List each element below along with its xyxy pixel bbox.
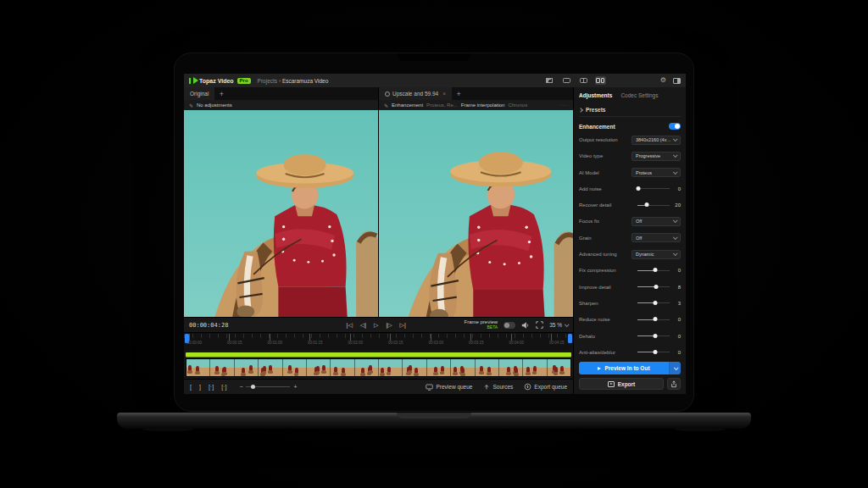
enhanced-header: ✎ Enhancement Proteus, Re... Frame inter… (378, 100, 573, 110)
more-options-icon[interactable]: ··· (560, 103, 568, 108)
settings-gear-icon[interactable]: ⚙ (660, 77, 666, 84)
dehalo-slider[interactable]: 0 (637, 334, 681, 339)
rider-figure (316, 366, 320, 372)
ruler-tick (229, 334, 230, 341)
zoom-out-icon[interactable]: − (239, 384, 242, 390)
view-mode-single-icon[interactable] (561, 76, 572, 85)
adjustment-label: Focus fix (579, 219, 599, 224)
export-button[interactable]: Export (579, 378, 664, 390)
playhead-out-handle[interactable] (568, 334, 572, 343)
set-in-point-button[interactable]: [ (190, 384, 192, 390)
frame-interpolation-chip-label[interactable]: Frame interpolation (461, 103, 505, 108)
viewer-enhanced[interactable] (378, 110, 573, 317)
skip-to-end-button[interactable]: ▷| (400, 322, 406, 329)
timeline-zoom-slider[interactable]: − + (239, 384, 297, 390)
add-tab-button-left[interactable]: + (214, 87, 228, 100)
zoom-in-icon[interactable]: + (293, 384, 297, 390)
slider-knob[interactable] (637, 186, 641, 191)
focus-fix-dropdown[interactable]: Off (632, 217, 681, 226)
rider-figure (334, 367, 337, 373)
rider-figure (242, 368, 245, 374)
slider-knob[interactable] (654, 334, 658, 338)
add-noise-slider[interactable]: 0 (637, 186, 681, 191)
set-out-point-button[interactable]: ] (199, 384, 201, 390)
app-logo-icon (189, 78, 191, 84)
fit-to-screen-icon[interactable] (536, 321, 543, 329)
toggle-panel-icon[interactable] (673, 78, 681, 84)
enhancement-toggle[interactable] (669, 123, 681, 130)
sharpen-slider[interactable]: 3 (637, 301, 681, 306)
timeline-zoom-knob[interactable] (251, 385, 255, 389)
slider-knob[interactable] (654, 350, 658, 354)
transport-bar: 00:00:04:28 |◁◁|▷|▷▷| Frame preview BETA… (184, 317, 573, 332)
adjust-pen-icon: ✎ (384, 103, 388, 108)
breadcrumb-current: Escaramuza Video (282, 78, 328, 84)
adjustment-row-dehalo: Dehalo0 (579, 330, 681, 342)
breadcrumb[interactable]: Projects › Escaramuza Video (258, 78, 329, 84)
next-frame-button[interactable]: |▷ (386, 322, 392, 329)
adjustment-row-output-resolution: Output resolution3840x2160 (4x ... (579, 134, 681, 146)
adjustments-panel: Adjustments Codec Settings Presets Enhan… (574, 87, 686, 394)
goto-in-point-button[interactable]: [·] (209, 384, 214, 390)
view-mode-side-by-side-icon[interactable] (595, 76, 606, 85)
video-type-dropdown[interactable]: Progressive (632, 152, 681, 161)
breadcrumb-root[interactable]: Projects (258, 78, 277, 84)
export-queue-button[interactable]: Export queue (524, 383, 567, 391)
skip-to-start-button[interactable]: |◁ (347, 322, 353, 329)
timeline-toolbar: [ ] [·] [·] − + Preview queue (184, 379, 573, 394)
ruler-tick-label: 00:00:15 (227, 341, 242, 345)
tab-upscale[interactable]: Upscale and 59.94 × (379, 87, 452, 100)
panel-tabs: Adjustments Codec Settings (579, 91, 681, 100)
ai-model-dropdown[interactable]: Proteus (632, 168, 681, 177)
previous-frame-button[interactable]: ◁| (360, 322, 366, 329)
tab-original[interactable]: Original (184, 87, 214, 100)
timeline-filmstrip[interactable] (186, 358, 571, 377)
adjustment-rows: Output resolution3840x2160 (4x ...Video … (579, 134, 681, 362)
add-tab-button-right[interactable]: + (452, 87, 465, 100)
reduce-noise-slider[interactable]: 0 (637, 317, 681, 322)
share-button[interactable] (667, 378, 681, 390)
dropdown-value: Off (636, 236, 670, 241)
tab-adjustments[interactable]: Adjustments (579, 91, 612, 100)
slider-knob[interactable] (654, 285, 659, 289)
enhancement-chip-label[interactable]: Enhancement (392, 103, 423, 108)
viewer-original[interactable] (184, 110, 378, 317)
adjustment-label: Video type (579, 153, 603, 158)
goto-out-point-button[interactable]: [·] (221, 384, 226, 390)
anti-alias-deblur-slider[interactable]: 0 (637, 350, 681, 355)
preview-in-to-out-button[interactable]: Preview In to Out (579, 362, 681, 374)
zoom-level-dropdown[interactable]: 35 % (549, 322, 568, 328)
audio-mute-icon[interactable] (521, 321, 530, 330)
view-mode-overlay-icon[interactable] (544, 76, 555, 85)
tab-codec-settings[interactable]: Codec Settings (620, 91, 658, 100)
rider-figure (533, 366, 537, 372)
frame-preview-toggle[interactable] (504, 322, 515, 329)
close-tab-icon[interactable]: × (442, 91, 446, 97)
ruler-tick-label: 00:01:15 (308, 341, 323, 345)
presets-section[interactable]: Presets (579, 104, 681, 117)
filmstrip-frame (282, 359, 306, 376)
rider-figure (434, 367, 437, 373)
advanced-tuning-dropdown[interactable]: Dynamic (632, 250, 681, 259)
filmstrip-frame (475, 359, 498, 376)
preview-queue-button[interactable]: Preview queue (426, 384, 472, 391)
recover-detail-slider[interactable]: 20 (637, 202, 681, 208)
slider-knob[interactable] (645, 202, 649, 207)
dropdown-value: Proteus (636, 170, 670, 175)
grain-dropdown[interactable]: Off (632, 233, 681, 242)
play-button[interactable]: ▷ (374, 322, 378, 329)
sources-button[interactable]: Sources (483, 384, 513, 391)
timeline-ruler[interactable]: 00:00:0000:00:1500:01:0000:01:1500:02:00… (184, 332, 573, 350)
output-resolution-dropdown[interactable]: 3840x2160 (4x ... (632, 136, 681, 145)
adjustment-label: Grain (579, 236, 592, 241)
dropdown-value: Dynamic (636, 252, 670, 257)
slider-knob[interactable] (654, 317, 658, 321)
slider-knob[interactable] (654, 268, 658, 272)
ruler-tick (470, 334, 471, 341)
view-mode-split-icon[interactable] (578, 76, 589, 85)
fix-compression-slider[interactable]: 0 (637, 268, 681, 273)
rider-figure (369, 365, 372, 371)
preview-options-chevron[interactable] (669, 362, 681, 374)
slider-knob[interactable] (654, 301, 658, 305)
improve-detail-slider[interactable]: 8 (637, 285, 681, 290)
